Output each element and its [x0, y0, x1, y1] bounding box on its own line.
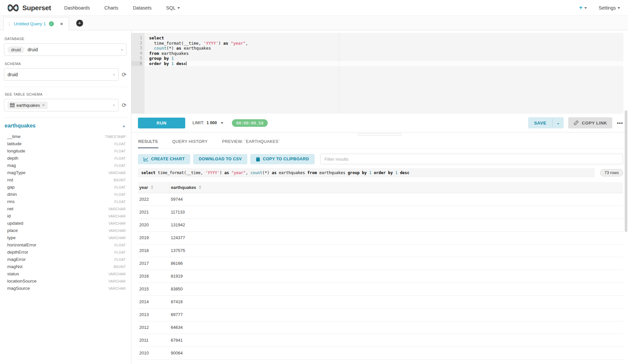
column-row: netVARCHAR: [4, 205, 126, 212]
column-type: FLOAT: [114, 200, 126, 204]
table-cell: 137575: [169, 244, 623, 257]
table-cell: 2011: [138, 334, 169, 347]
column-type: VARCHAR: [108, 207, 126, 211]
sql-token: [174, 61, 176, 66]
line-number: 4: [131, 51, 142, 56]
table-cell: 2019: [138, 231, 169, 244]
close-tab-button[interactable]: ✕: [60, 22, 63, 26]
column-name: latitude: [7, 141, 22, 146]
sql-token: desc: [400, 171, 410, 175]
remove-table-icon[interactable]: ✕: [42, 103, 45, 107]
sql-token: 1: [369, 171, 371, 175]
column-type: FLOAT: [114, 250, 126, 254]
column-name: magError: [7, 257, 26, 262]
sql-token: earthquakes: [159, 51, 189, 56]
table-cell: 2013: [138, 308, 169, 321]
query-tab[interactable]: ⋮ Untitled Query 1 ✓ ✕: [3, 17, 69, 30]
tab-query-history[interactable]: QUERY HISTORY: [172, 136, 208, 148]
code-line: from earthquakes: [149, 51, 623, 56]
table-cell: 2022: [138, 193, 169, 206]
copy-link-button[interactable]: COPY LINK: [568, 117, 612, 128]
sql-token: "year": [232, 171, 246, 175]
new-item-button[interactable]: +: [579, 4, 587, 11]
run-button[interactable]: RUN: [138, 118, 185, 128]
column-row: longitudeFLOAT: [4, 147, 126, 154]
limit-dropdown[interactable]: LIMIT: 1 000: [192, 121, 223, 125]
table-row: 201583850: [138, 283, 623, 295]
sql-token: group by: [348, 171, 367, 175]
save-button[interactable]: SAVE: [528, 117, 552, 128]
table-columns-list: __timeTIMESTAMPlatitudeFLOATlongitudeFLO…: [4, 133, 126, 292]
column-type: VARCHAR: [108, 272, 126, 276]
tab-results[interactable]: RESULTS: [138, 136, 158, 148]
resize-handle[interactable]: [357, 133, 402, 137]
code-line: select: [149, 35, 623, 41]
collapse-table-icon[interactable]: ▲: [122, 124, 126, 128]
column-row: magFLOAT: [4, 162, 126, 169]
save-options-button[interactable]: ⌄: [552, 117, 564, 128]
settings-menu[interactable]: Settings: [599, 5, 620, 11]
create-chart-button[interactable]: CREATE CHART: [138, 154, 190, 164]
sql-token: order by: [149, 61, 169, 66]
column-row: magNstBIGINT: [4, 263, 126, 270]
schema-select[interactable]: druid ▾: [4, 68, 119, 81]
table-cell: 87418: [169, 295, 623, 308]
add-tab-button[interactable]: +: [76, 20, 83, 27]
download-csv-button[interactable]: DOWNLOAD TO CSV: [193, 154, 247, 164]
editor-code-area[interactable]: select time_format(__time, 'YYYY') as "y…: [145, 33, 623, 114]
code-line: count(*) as earthquakes: [149, 46, 623, 51]
superset-brand[interactable]: Superset: [7, 4, 51, 12]
chevron-down-icon: [584, 7, 587, 9]
chevron-down-icon: ▾: [121, 48, 123, 52]
sql-token: as: [224, 171, 229, 175]
sql-editor[interactable]: 123456 select time_format(__time, 'YYYY'…: [131, 33, 623, 114]
refresh-schemas-icon[interactable]: ⟳: [122, 72, 126, 78]
filter-results-input[interactable]: [320, 154, 623, 164]
table-icon: [10, 103, 14, 107]
tab-preview-earthquakes[interactable]: PREVIEW: `EARTHQUAKES`: [222, 136, 280, 148]
sql-token: time_format(__time,: [149, 41, 204, 46]
sort-header[interactable]: earthquakes: [171, 185, 620, 190]
table-cell: 2020: [138, 218, 169, 231]
table-cell: 2018: [138, 244, 169, 257]
nav-sql-menu[interactable]: SQL: [166, 5, 180, 11]
column-type: BIGINT: [114, 178, 126, 182]
column-name: __time: [7, 134, 21, 139]
sql-token: desc: [176, 61, 186, 66]
sort-asc-icon: [199, 185, 201, 187]
nav-dashboards[interactable]: Dashboards: [64, 5, 90, 11]
database-select[interactable]: druid druid ▾: [4, 43, 126, 56]
schema-value: druid: [8, 72, 18, 77]
nav-datasets[interactable]: Datasets: [133, 5, 151, 11]
sql-token: as: [176, 46, 181, 51]
sql-token: 'YYYY': [205, 171, 219, 175]
column-row: rmsFLOAT: [4, 198, 126, 205]
column-row: depthFLOAT: [4, 154, 126, 162]
nav-charts[interactable]: Charts: [104, 5, 119, 11]
column-type: FLOAT: [114, 156, 126, 160]
sql-token: [169, 61, 171, 66]
more-actions-button[interactable]: •••: [617, 120, 623, 126]
scrollbar-thumb[interactable]: [625, 110, 627, 232]
column-name: longitude: [7, 148, 25, 153]
query-tab-title: Untitled Query 1: [14, 21, 46, 26]
query-timer-badge: 00:00:00.58: [232, 119, 268, 127]
results-pane: RESULTS QUERY HISTORY PREVIEW: `EARTHQUA…: [131, 136, 628, 360]
sort-header[interactable]: year: [139, 185, 166, 190]
table-cell: 2014: [138, 295, 169, 308]
chevron-down-icon: ▾: [113, 73, 115, 77]
sql-token: 1: [171, 56, 174, 61]
sql-token: 'YYYY': [204, 41, 218, 46]
refresh-tables-icon[interactable]: ⟳: [122, 102, 126, 108]
copy-clipboard-button[interactable]: COPY TO CLIPBOARD: [250, 154, 314, 164]
save-split-button: SAVE ⌄: [528, 117, 564, 128]
table-tag: earthquakes ✕: [8, 102, 48, 109]
column-row: magSourceVARCHAR: [4, 284, 126, 292]
table-select[interactable]: earthquakes ✕ ▾: [4, 99, 119, 111]
table-row: 2020131942: [138, 218, 623, 231]
chevron-down-icon: [177, 7, 180, 9]
sqllab-main: 123456 select time_format(__time, 'YYYY'…: [131, 30, 628, 364]
sql-token: ,: [246, 41, 248, 46]
query-success-icon: ✓: [49, 21, 54, 26]
drag-handle-icon[interactable]: ⋮: [7, 21, 11, 27]
